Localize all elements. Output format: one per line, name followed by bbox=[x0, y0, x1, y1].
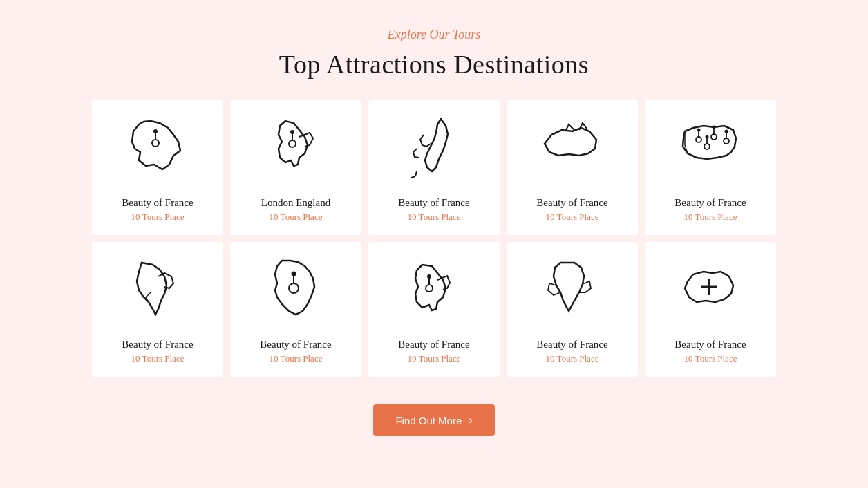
destination-tours-9: 10 Tours Place bbox=[546, 353, 599, 364]
destination-name-2: London England bbox=[261, 197, 330, 209]
destination-map-8 bbox=[368, 242, 500, 339]
svg-line-7 bbox=[411, 176, 415, 178]
destination-tours-7: 10 Tours Place bbox=[270, 353, 323, 364]
destination-map-9 bbox=[507, 242, 638, 339]
destination-tours-8: 10 Tours Place bbox=[408, 353, 461, 364]
destination-card-5[interactable]: Beauty of France10 Tours Place bbox=[645, 100, 776, 235]
destination-map-4 bbox=[507, 100, 638, 197]
destination-name-8: Beauty of France bbox=[398, 339, 469, 350]
destination-name-4: Beauty of France bbox=[536, 197, 607, 209]
svg-line-6 bbox=[415, 171, 417, 176]
svg-point-11 bbox=[711, 134, 717, 140]
destination-card-8[interactable]: Beauty of France10 Tours Place bbox=[368, 242, 500, 377]
destination-name-10: Beauty of France bbox=[674, 339, 746, 350]
destination-map-2 bbox=[230, 100, 361, 197]
find-out-more-button[interactable]: Find Out More › bbox=[373, 404, 494, 436]
destination-map-3 bbox=[368, 100, 500, 197]
svg-point-2 bbox=[153, 129, 158, 133]
destination-map-10 bbox=[645, 242, 776, 339]
destination-card-2[interactable]: London England10 Tours Place bbox=[230, 100, 361, 235]
svg-point-5 bbox=[290, 130, 294, 134]
destination-name-3: Beauty of France bbox=[398, 197, 469, 209]
svg-point-17 bbox=[704, 144, 710, 149]
svg-point-8 bbox=[696, 137, 701, 142]
destination-card-7[interactable]: Beauty of France10 Tours Place bbox=[230, 242, 361, 377]
destinations-grid: Beauty of France10 Tours Place London En… bbox=[92, 100, 776, 377]
destination-card-1[interactable]: Beauty of France10 Tours Place bbox=[92, 100, 223, 235]
destination-card-3[interactable]: Beauty of France10 Tours Place bbox=[368, 100, 500, 235]
destination-tours-5: 10 Tours Place bbox=[684, 212, 737, 223]
section-title: Top Attractions Destinations bbox=[279, 49, 589, 79]
find-out-more-arrow: › bbox=[469, 414, 472, 426]
destination-tours-3: 10 Tours Place bbox=[408, 212, 461, 223]
svg-point-22 bbox=[292, 272, 296, 276]
svg-point-20 bbox=[289, 283, 299, 293]
svg-point-0 bbox=[152, 140, 159, 147]
svg-point-25 bbox=[427, 274, 431, 279]
destination-name-6: Beauty of France bbox=[122, 339, 193, 350]
destination-map-6 bbox=[92, 242, 223, 339]
destination-card-9[interactable]: Beauty of France10 Tours Place bbox=[507, 242, 638, 377]
destination-map-1 bbox=[92, 100, 223, 197]
destination-map-5 bbox=[645, 100, 776, 197]
destination-card-4[interactable]: Beauty of France10 Tours Place bbox=[507, 100, 638, 235]
section-subtitle: Explore Our Tours bbox=[388, 28, 481, 42]
destination-map-7 bbox=[230, 242, 361, 339]
destination-tours-4: 10 Tours Place bbox=[546, 212, 599, 223]
svg-point-13 bbox=[713, 126, 716, 129]
svg-point-19 bbox=[706, 135, 709, 139]
destination-name-9: Beauty of France bbox=[536, 339, 607, 350]
find-out-more-label: Find Out More bbox=[395, 415, 462, 426]
destination-name-7: Beauty of France bbox=[260, 339, 331, 350]
svg-point-14 bbox=[724, 138, 729, 144]
svg-point-3 bbox=[289, 140, 296, 147]
destination-tours-1: 10 Tours Place bbox=[131, 212, 185, 223]
svg-point-16 bbox=[725, 130, 728, 133]
destination-name-1: Beauty of France bbox=[122, 197, 193, 209]
destination-name-5: Beauty of France bbox=[674, 197, 746, 209]
destination-card-10[interactable]: Beauty of France10 Tours Place bbox=[645, 242, 776, 377]
destination-tours-10: 10 Tours Place bbox=[684, 353, 737, 364]
svg-point-10 bbox=[697, 129, 701, 132]
destination-tours-6: 10 Tours Place bbox=[131, 353, 185, 364]
destination-card-6[interactable]: Beauty of France10 Tours Place bbox=[92, 242, 223, 377]
destination-tours-2: 10 Tours Place bbox=[270, 212, 323, 223]
svg-point-23 bbox=[426, 285, 433, 292]
